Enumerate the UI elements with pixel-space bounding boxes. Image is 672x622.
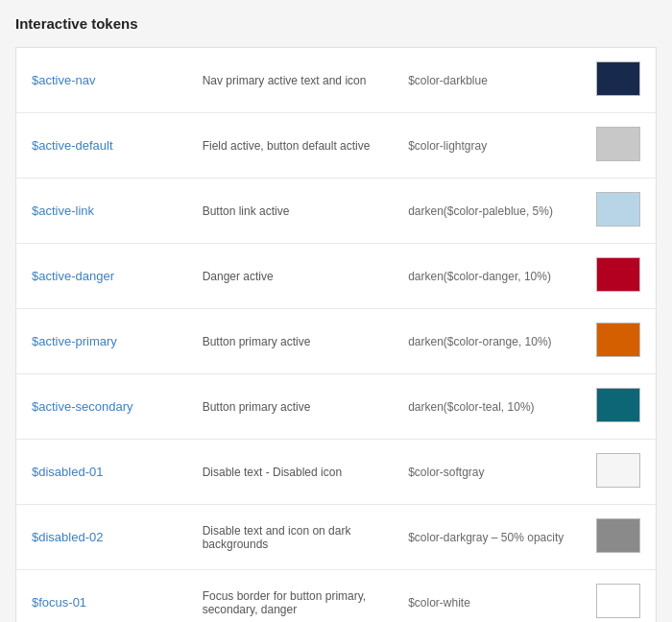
token-swatch (596, 453, 640, 488)
token-swatch (596, 127, 640, 161)
token-name: $active-secondary (16, 374, 187, 440)
token-value: $color-lightgray (393, 113, 581, 179)
table-row: $disabled-02 Disable text and icon on da… (16, 505, 657, 570)
token-value: darken($color-orange, 10%) (393, 309, 581, 374)
token-name: $disabled-02 (16, 505, 187, 570)
token-description: Field active, button default active (187, 113, 394, 179)
table-row: $disabled-01 Disable text - Disabled ico… (16, 440, 657, 505)
token-description: Disable text - Disabled icon (187, 440, 394, 505)
token-name: $active-link (16, 179, 187, 244)
token-name: $active-nav (16, 48, 187, 113)
table-row: $active-nav Nav primary active text and … (16, 48, 657, 113)
token-description: Nav primary active text and icon (187, 48, 394, 113)
token-swatch (596, 323, 640, 357)
token-value: $color-darkgray – 50% opacity (393, 505, 581, 570)
token-description: Button primary active (187, 309, 394, 374)
token-value: $color-white (393, 570, 581, 623)
table-row: $active-default Field active, button def… (16, 113, 657, 179)
token-swatch (596, 584, 640, 618)
token-swatch-cell (581, 570, 657, 623)
token-name: $active-primary (16, 309, 187, 374)
token-name: $disabled-01 (16, 440, 187, 505)
token-swatch (596, 257, 640, 292)
token-swatch (596, 388, 640, 422)
page-title: Interactive tokens (15, 15, 657, 32)
table-row: $focus-01 Focus border for button primar… (16, 570, 657, 623)
token-swatch (596, 192, 640, 227)
token-value: darken($color-paleblue, 5%) (393, 179, 581, 244)
token-swatch-cell (581, 244, 657, 309)
tokens-table: $active-nav Nav primary active text and … (15, 47, 657, 622)
table-row: $active-primary Button primary active da… (16, 309, 657, 374)
table-row: $active-danger Danger active darken($col… (16, 244, 657, 309)
token-swatch-cell (581, 113, 657, 179)
token-value: darken($color-danger, 10%) (393, 244, 581, 309)
token-description: Button primary active (187, 374, 394, 440)
token-value: $color-darkblue (393, 48, 581, 113)
table-row: $active-link Button link active darken($… (16, 179, 657, 244)
token-description: Danger active (187, 244, 394, 309)
token-swatch (596, 61, 640, 96)
token-swatch-cell (581, 48, 657, 113)
token-swatch-cell (581, 440, 657, 505)
token-swatch-cell (581, 374, 657, 440)
token-swatch (596, 518, 640, 553)
token-swatch-cell (581, 309, 657, 374)
token-value: $color-softgray (393, 440, 581, 505)
token-description: Disable text and icon on dark background… (187, 505, 394, 570)
token-name: $active-default (16, 113, 187, 179)
token-name: $focus-01 (16, 570, 187, 623)
table-row: $active-secondary Button primary active … (16, 374, 657, 440)
token-name: $active-danger (16, 244, 187, 309)
token-swatch-cell (581, 505, 657, 570)
token-description: Focus border for button primary, seconda… (187, 570, 394, 623)
token-value: darken($color-teal, 10%) (393, 374, 581, 440)
token-description: Button link active (187, 179, 394, 244)
token-swatch-cell (581, 179, 657, 244)
